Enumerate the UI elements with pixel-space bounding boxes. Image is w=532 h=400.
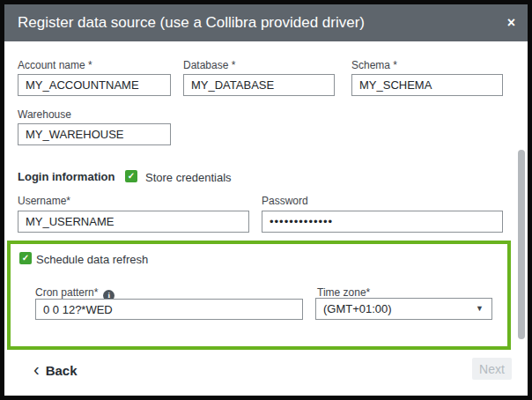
schedule-data-refresh-label: Schedule data refresh <box>36 253 148 266</box>
screenshot-frame: Register data source (use a Collibra pro… <box>0 0 532 400</box>
back-button[interactable]: ‹ Back <box>33 359 78 381</box>
password-input[interactable] <box>262 211 503 233</box>
warehouse-label: Warehouse <box>18 108 71 121</box>
warehouse-input[interactable] <box>18 123 171 145</box>
checkmark-icon: ✓ <box>125 170 137 182</box>
close-icon[interactable]: × <box>507 4 515 41</box>
cron-pattern-label-text: Cron pattern* <box>35 286 98 299</box>
schema-input[interactable] <box>351 74 503 96</box>
register-data-source-dialog: Register data source (use a Collibra pro… <box>4 4 528 396</box>
timezone-label: Time zone* <box>317 286 370 299</box>
chevron-down-icon: ▼ <box>476 299 484 319</box>
dialog-header: Register data source (use a Collibra pro… <box>4 4 528 41</box>
account-name-label: Account name * <box>18 59 92 71</box>
login-information-heading: Login information <box>18 170 115 183</box>
store-credentials-label: Store credentials <box>145 171 232 184</box>
schema-label: Schema * <box>351 59 397 71</box>
database-label: Database * <box>183 59 235 71</box>
account-name-input[interactable] <box>18 74 171 96</box>
username-label: Username* <box>18 195 70 207</box>
timezone-select[interactable]: (GMT+01:00) ▼ <box>315 298 492 320</box>
database-input[interactable] <box>183 74 335 96</box>
timezone-value: (GMT+01:00) <box>323 302 392 315</box>
chevron-left-icon: ‹ <box>33 360 40 378</box>
store-credentials-checkbox[interactable]: ✓ <box>125 170 137 182</box>
dialog-title: Register data source (use a Collibra pro… <box>18 4 365 41</box>
schedule-data-refresh-checkbox[interactable]: ✓ <box>19 252 32 264</box>
scrollbar-thumb[interactable] <box>518 150 525 339</box>
back-label: Back <box>46 363 78 378</box>
cron-pattern-input[interactable] <box>35 299 303 320</box>
checkmark-icon: ✓ <box>19 252 32 264</box>
password-label: Password <box>262 195 308 207</box>
username-input[interactable] <box>18 211 249 233</box>
next-button[interactable]: Next <box>472 358 512 380</box>
